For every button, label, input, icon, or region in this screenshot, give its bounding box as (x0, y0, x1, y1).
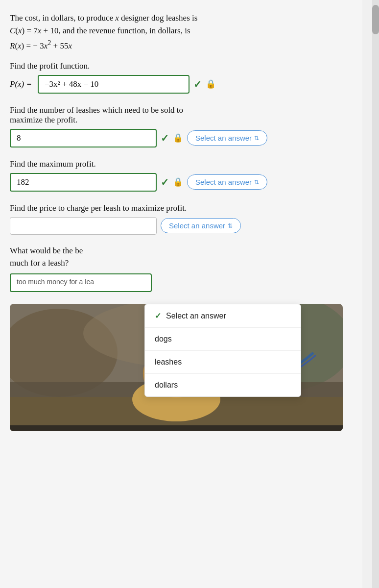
q4-block: Find the price to charge per leash to ma… (10, 203, 353, 235)
q3-check-icon: ✓ (161, 176, 169, 188)
q3-label: Find the maximum profit. (10, 159, 353, 169)
dropdown-item-label-1: dogs (155, 335, 172, 343)
q3-select-label: Select an answer (195, 178, 252, 186)
q2-select-button[interactable]: Select an answer ⇅ (187, 130, 267, 146)
q2-select-label: Select an answer (195, 134, 252, 142)
q4-row: Select an answer ⇅ (10, 217, 353, 235)
q1-block: Find the profit function. P(x) = ✓ 🔒 (10, 61, 353, 94)
dropdown-item-select-answer[interactable]: ✓ Select an answer (145, 304, 301, 328)
svg-rect-16 (10, 425, 343, 431)
q2-input[interactable] (10, 129, 157, 147)
q3-lock-icon[interactable]: 🔒 (173, 177, 183, 187)
problem-statement: The cost, in dollars, to produce x desig… (10, 12, 353, 52)
q1-row: P(x) = ✓ 🔒 (10, 75, 353, 94)
q3-chevron-icon: ⇅ (254, 179, 259, 186)
q3-select-button[interactable]: Select an answer ⇅ (187, 174, 267, 190)
q4-select-label: Select an answer (169, 221, 225, 230)
dropdown-item-label-2: leashes (155, 358, 182, 367)
q2-check-icon: ✓ (161, 132, 169, 144)
dropdown-item-dollars[interactable]: dollars (145, 374, 301, 396)
dropdown-check-icon: ✓ (155, 311, 161, 320)
q5-label: What would be the best answer for chargi… (10, 245, 353, 270)
dropdown-item-dogs[interactable]: dogs (145, 328, 301, 351)
q2-lock-icon[interactable]: 🔒 (173, 133, 183, 143)
q1-prefix: P(x) = (10, 79, 32, 89)
main-page: The cost, in dollars, to produce x desig… (0, 0, 362, 588)
q3-block: Find the maximum profit. ✓ 🔒 Select an a… (10, 159, 353, 192)
q3-row: ✓ 🔒 Select an answer ⇅ (10, 173, 353, 192)
q5-row: too much money for a lea (10, 273, 353, 292)
q5-input[interactable]: too much money for a lea (10, 273, 152, 292)
q1-label: Find the profit function. (10, 61, 353, 71)
q1-lock-icon[interactable]: 🔒 (206, 79, 216, 89)
q2-row: ✓ 🔒 Select an answer ⇅ (10, 129, 353, 147)
q2-label: Find the number of leashes which need to… (10, 105, 353, 125)
q4-select-button[interactable]: Select an answer ⇅ (161, 218, 241, 233)
scrollbar-thumb[interactable] (372, 5, 379, 34)
q1-check-icon: ✓ (193, 78, 202, 90)
scrollbar[interactable] (372, 0, 379, 588)
q3-input[interactable] (10, 173, 157, 192)
dropdown-item-leashes[interactable]: leashes (145, 351, 301, 374)
dropdown-item-label-3: dollars (155, 381, 178, 390)
q2-chevron-icon: ⇅ (254, 135, 259, 142)
q1-input[interactable] (38, 75, 190, 94)
q5-block: What would be the best answer for chargi… (10, 245, 353, 292)
dropdown-item-label-0: Select an answer (166, 312, 226, 320)
q4-label: Find the price to charge per leash to ma… (10, 203, 353, 213)
q2-block: Find the number of leashes which need to… (10, 105, 353, 147)
q4-input[interactable] (10, 217, 157, 235)
dropdown-menu: ✓ Select an answer dogs leashes dollars (144, 304, 301, 397)
q4-chevron-icon: ⇅ (228, 222, 233, 229)
